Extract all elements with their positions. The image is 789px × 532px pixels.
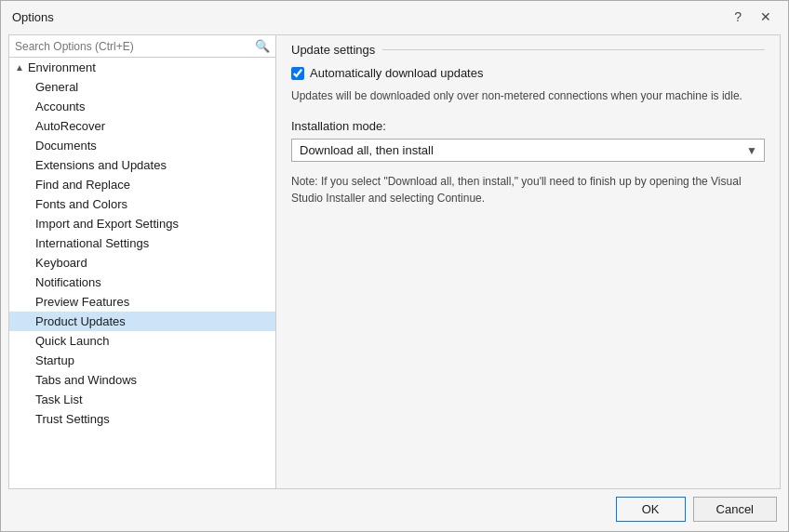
auto-download-label: Automatically download updates bbox=[310, 66, 483, 80]
quick-launch-label: Quick Launch bbox=[35, 334, 110, 348]
tree-item-autorecover[interactable]: AutoRecover bbox=[9, 116, 275, 136]
preview-features-label: Preview Features bbox=[35, 295, 129, 309]
import-export-label: Import and Export Settings bbox=[35, 217, 179, 231]
search-box: 🔍 bbox=[9, 35, 275, 58]
general-label: General bbox=[35, 80, 78, 94]
left-panel: 🔍 ▲ Environment General Accounts AutoRec… bbox=[8, 34, 276, 489]
expand-icon: ▲ bbox=[15, 62, 24, 73]
tabs-windows-label: Tabs and Windows bbox=[35, 373, 137, 387]
info-text: Updates will be downloaded only over non… bbox=[291, 87, 765, 104]
tree-item-notifications[interactable]: Notifications bbox=[9, 273, 275, 292]
tree-item-extensions[interactable]: Extensions and Updates bbox=[9, 155, 275, 175]
fonts-colors-label: Fonts and Colors bbox=[35, 197, 127, 211]
tree-item-fonts-colors[interactable]: Fonts and Colors bbox=[9, 194, 275, 214]
note-text: Note: If you select "Download all, then … bbox=[291, 173, 765, 206]
tree-item-startup[interactable]: Startup bbox=[9, 351, 275, 370]
autorecover-label: AutoRecover bbox=[35, 119, 105, 133]
section-title: Update settings bbox=[291, 43, 765, 57]
right-panel: Update settings Automatically download u… bbox=[276, 34, 781, 489]
cancel-button[interactable]: Cancel bbox=[693, 497, 777, 522]
tree-item-general[interactable]: General bbox=[9, 77, 275, 97]
tree-item-documents[interactable]: Documents bbox=[9, 136, 275, 155]
title-controls: ? ✕ bbox=[729, 8, 777, 25]
search-input[interactable] bbox=[15, 40, 255, 53]
task-list-label: Task List bbox=[35, 392, 83, 406]
tree-item-task-list[interactable]: Task List bbox=[9, 390, 275, 409]
dropdown-wrapper: Download all, then install Download all,… bbox=[291, 139, 765, 162]
section-title-text: Update settings bbox=[291, 43, 375, 57]
international-label: International Settings bbox=[35, 236, 149, 250]
tree-item-accounts[interactable]: Accounts bbox=[9, 97, 275, 116]
close-button[interactable]: ✕ bbox=[755, 8, 777, 25]
search-icon-button[interactable]: 🔍 bbox=[255, 39, 270, 53]
product-updates-label: Product Updates bbox=[35, 314, 126, 328]
bottom-bar: OK Cancel bbox=[1, 489, 788, 531]
tree-item-tabs-windows[interactable]: Tabs and Windows bbox=[9, 370, 275, 390]
notifications-label: Notifications bbox=[35, 275, 101, 289]
find-replace-label: Find and Replace bbox=[35, 178, 130, 192]
documents-label: Documents bbox=[35, 139, 97, 153]
help-button[interactable]: ? bbox=[729, 8, 747, 25]
tree-item-quick-launch[interactable]: Quick Launch bbox=[9, 331, 275, 351]
keyboard-label: Keyboard bbox=[35, 256, 87, 270]
ok-button[interactable]: OK bbox=[616, 497, 686, 522]
title-bar: Options ? ✕ bbox=[1, 1, 788, 31]
content-area: 🔍 ▲ Environment General Accounts AutoRec… bbox=[1, 31, 788, 489]
options-dialog: Options ? ✕ 🔍 ▲ Environment General bbox=[0, 0, 789, 532]
extensions-label: Extensions and Updates bbox=[35, 158, 167, 172]
tree-item-trust-settings[interactable]: Trust Settings bbox=[9, 409, 275, 429]
trust-settings-label: Trust Settings bbox=[35, 412, 110, 426]
environment-label: Environment bbox=[28, 60, 96, 74]
tree-item-find-replace[interactable]: Find and Replace bbox=[9, 175, 275, 194]
auto-download-row: Automatically download updates bbox=[291, 66, 765, 80]
installation-mode-select[interactable]: Download all, then install Download all,… bbox=[291, 139, 765, 162]
startup-label: Startup bbox=[35, 353, 74, 367]
tree-area: ▲ Environment General Accounts AutoRecov… bbox=[9, 58, 275, 488]
accounts-label: Accounts bbox=[35, 100, 85, 113]
tree-item-product-updates[interactable]: Product Updates bbox=[9, 312, 275, 331]
dialog-title: Options bbox=[12, 10, 54, 24]
tree-item-environment[interactable]: ▲ Environment bbox=[9, 58, 275, 77]
tree-item-keyboard[interactable]: Keyboard bbox=[9, 253, 275, 273]
installation-mode-label: Installation mode: bbox=[291, 119, 765, 133]
tree-item-international[interactable]: International Settings bbox=[9, 233, 275, 253]
tree-item-preview-features[interactable]: Preview Features bbox=[9, 292, 275, 312]
auto-download-checkbox[interactable] bbox=[291, 67, 304, 80]
tree-item-import-export[interactable]: Import and Export Settings bbox=[9, 214, 275, 233]
